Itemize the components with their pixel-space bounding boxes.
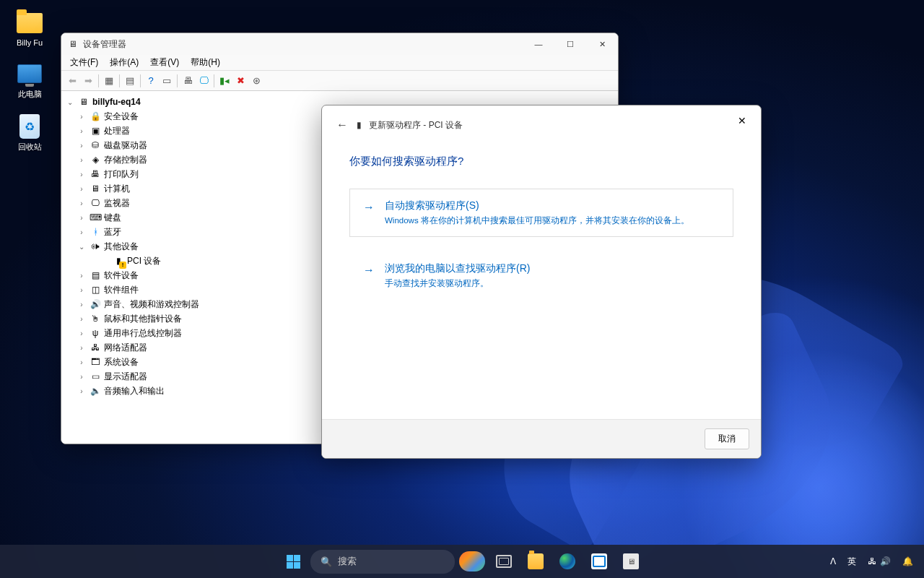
category-icon: 🔊 [90, 298, 101, 310]
tool-help[interactable]: ? [143, 73, 159, 89]
expand-icon[interactable]: › [77, 185, 87, 193]
category-icon: 🗔 [90, 356, 101, 368]
tool-options[interactable]: ▭ [159, 73, 175, 89]
arrow-right-icon: → [363, 264, 375, 289]
dialog-title: 更新驱动程序 - PCI 设备 [369, 119, 463, 131]
desktop-icons: Billy Fu 此电脑 回收站 [7, 7, 52, 155]
category-icon: 🔒 [90, 111, 101, 122]
tray-ime[interactable]: 英 [842, 552, 861, 571]
start-button[interactable] [279, 547, 308, 576]
folder-icon [16, 9, 43, 37]
tool-enable[interactable]: ▮◂ [217, 73, 232, 89]
expand-icon[interactable]: › [77, 199, 87, 207]
tool-update[interactable]: 🖵 [196, 73, 212, 89]
expand-icon[interactable]: › [77, 171, 87, 178]
desktop-icon-recyclebin[interactable]: 回收站 [7, 111, 52, 155]
taskbar-store[interactable] [585, 547, 614, 576]
expand-icon[interactable]: › [77, 142, 87, 150]
tray-network-volume[interactable]: 🖧 🔊 [863, 553, 896, 570]
taskbar-device-manager[interactable]: 🖥 [616, 547, 645, 576]
tray-notifications[interactable]: 🔔 [897, 553, 918, 570]
option-auto-search[interactable]: → 自动搜索驱动程序(S) Windows 将在你的计算机中搜索最佳可用驱动程序… [349, 189, 733, 237]
app-icon: 🖥 [67, 38, 79, 50]
category-icon: 🖧 [90, 342, 101, 353]
titlebar[interactable]: 🖥 设备管理器 — ☐ ✕ [61, 33, 618, 55]
tray-overflow[interactable]: ᐱ [825, 553, 841, 570]
category-icon: 🔈 [90, 385, 101, 397]
computer-icon: 🖥 [78, 96, 90, 108]
tool-forward[interactable]: ➡ [80, 73, 96, 89]
taskbar-edge[interactable] [553, 547, 582, 576]
category-icon: 🖵 [90, 197, 101, 209]
taskview-icon [496, 555, 512, 568]
taskbar-search[interactable]: 🔍 搜索 [310, 550, 455, 574]
category-icon: ▣ [90, 125, 101, 137]
widgets-button[interactable] [458, 547, 487, 576]
collapse-icon[interactable]: ⌄ [77, 243, 87, 251]
tool-scan[interactable]: 🖶 [180, 73, 196, 89]
network-icon: 🖧 [868, 556, 876, 566]
unknown-device-icon: ▮ [113, 255, 124, 267]
expand-icon[interactable]: › [77, 301, 87, 309]
expand-icon[interactable]: › [77, 373, 87, 381]
tool-properties[interactable]: ▤ [122, 73, 138, 89]
task-view-button[interactable] [489, 547, 518, 576]
back-button[interactable]: ← [332, 116, 349, 134]
windows-logo-icon [287, 555, 300, 569]
tool-back[interactable]: ⬅ [64, 73, 80, 89]
category-icon: ψ [90, 327, 101, 339]
cancel-button[interactable]: 取消 [705, 428, 749, 449]
expand-icon[interactable]: › [77, 329, 87, 337]
expand-icon[interactable]: › [77, 344, 87, 352]
tool-uninstall[interactable]: ✖ [232, 73, 248, 89]
category-icon: ◫ [90, 284, 101, 296]
desktop-icon-thispc[interactable]: 此电脑 [7, 58, 52, 102]
volume-icon: 🔊 [880, 556, 891, 566]
expand-icon[interactable]: › [77, 156, 87, 164]
menu-action[interactable]: 操作(A) [104, 55, 144, 70]
toolbar: ⬅ ➡ ▦ ▤ ? ▭ 🖶 🖵 ▮◂ ✖ ⊛ [61, 71, 618, 91]
desktop-icon-userfolder[interactable]: Billy Fu [7, 7, 52, 49]
expand-icon[interactable]: › [77, 272, 87, 280]
pc-icon [16, 60, 43, 87]
recyclebin-icon [16, 113, 43, 140]
search-icon: 🔍 [321, 556, 332, 567]
device-chip-icon: ▮ [357, 120, 362, 130]
expand-icon[interactable]: › [77, 127, 87, 135]
category-icon: ᚼ [90, 226, 101, 238]
dialog-close-button[interactable]: ✕ [728, 110, 757, 131]
maximize-button[interactable]: ☐ [554, 33, 586, 55]
tool-showall[interactable]: ▦ [101, 73, 117, 89]
expand-icon[interactable]: › [77, 228, 87, 236]
category-icon: ▭ [90, 371, 101, 382]
option-browse-computer[interactable]: → 浏览我的电脑以查找驱动程序(R) 手动查找并安装驱动程序。 [349, 251, 733, 300]
expand-icon[interactable]: › [77, 113, 87, 121]
file-explorer-icon [528, 553, 544, 569]
widgets-icon [459, 551, 485, 571]
close-button[interactable]: ✕ [586, 33, 618, 55]
store-icon [591, 553, 607, 569]
devmgr-icon: 🖥 [623, 553, 639, 569]
chevron-up-icon: ᐱ [830, 556, 836, 566]
minimize-button[interactable]: — [523, 33, 554, 55]
category-icon: ◈ [90, 154, 101, 165]
expand-icon[interactable]: › [77, 358, 87, 366]
bell-icon: 🔔 [902, 556, 913, 566]
expand-icon[interactable]: › [77, 286, 87, 294]
menu-help[interactable]: 帮助(H) [185, 55, 226, 70]
menu-file[interactable]: 文件(F) [64, 55, 104, 70]
update-driver-dialog: ✕ ← ▮ 更新驱动程序 - PCI 设备 你要如何搜索驱动程序? → 自动搜索… [321, 105, 762, 459]
expand-icon[interactable]: › [77, 315, 87, 323]
category-icon: ▤ [90, 269, 101, 281]
collapse-icon[interactable]: ⌄ [65, 98, 75, 106]
menubar: 文件(F) 操作(A) 查看(V) 帮助(H) [61, 55, 618, 71]
expand-icon[interactable]: › [77, 214, 87, 222]
taskbar-file-explorer[interactable] [521, 547, 550, 576]
menu-view[interactable]: 查看(V) [144, 55, 185, 70]
category-icon: ⌨ [90, 212, 101, 223]
expand-icon[interactable]: › [77, 387, 87, 395]
taskbar: 🔍 搜索 🖥 ᐱ 英 🖧 🔊 🔔 [0, 545, 924, 578]
dialog-heading: 你要如何搜索驱动程序? [349, 155, 733, 168]
tool-scanchanges[interactable]: ⊛ [248, 73, 264, 89]
arrow-right-icon: → [363, 201, 375, 226]
